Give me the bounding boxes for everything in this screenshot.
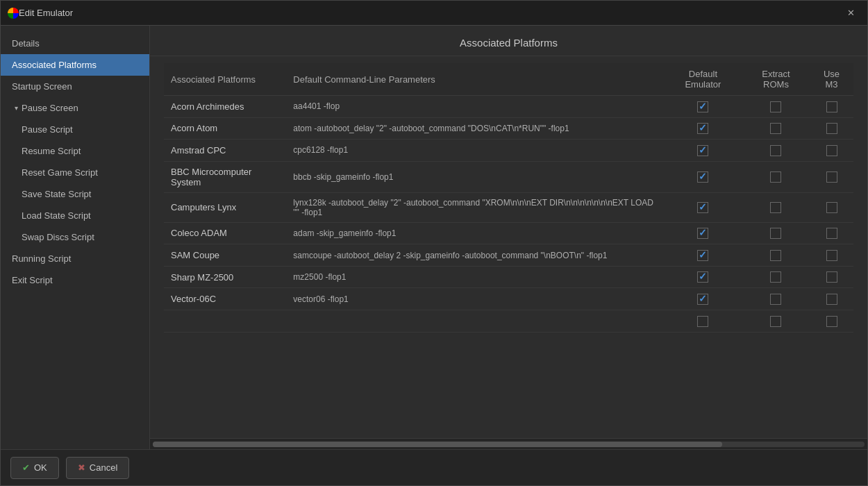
cell-cmdline: aa4401 -flop — [286, 96, 664, 118]
chevron-icon: ▾ — [15, 104, 18, 112]
col-default-emu: Default Emulator — [664, 63, 742, 96]
cell-platform: Sharp MZ-2500 — [164, 266, 286, 288]
cell-use-m3[interactable] — [810, 96, 853, 118]
close-button[interactable]: ✕ — [841, 3, 860, 23]
sidebar-item-reset-game-script[interactable]: Reset Game Script — [1, 162, 149, 183]
checkbox-use-m3[interactable] — [826, 228, 837, 239]
cell-use-m3[interactable] — [810, 161, 853, 192]
cell-use-m3[interactable] — [810, 310, 853, 332]
checkbox-use-m3[interactable] — [826, 145, 837, 156]
checkbox-use-m3[interactable] — [826, 101, 837, 112]
table-area[interactable]: Associated Platforms Default Command-Lin… — [150, 56, 867, 438]
cell-platform: Camputers Lynx — [164, 192, 286, 222]
checkbox-use-m3[interactable] — [826, 294, 837, 305]
checkbox-extract-roms[interactable] — [770, 294, 781, 305]
table-row: SAM Coupesamcoupe -autoboot_delay 2 -ski… — [164, 244, 853, 267]
footer: ✔ OK ✖ Cancel — [1, 449, 867, 485]
checkbox-use-m3[interactable] — [826, 202, 837, 213]
ok-button[interactable]: ✔ OK — [10, 457, 59, 479]
cell-use-m3[interactable] — [810, 117, 853, 140]
col-use-m3: Use M3 — [810, 63, 853, 96]
sidebar-item-swap-discs-script[interactable]: Swap Discs Script — [1, 226, 149, 248]
table-row: Coleco ADAMadam -skip_gameinfo -flop1 — [164, 222, 853, 244]
cell-extract-roms[interactable] — [742, 222, 810, 244]
checkbox-extract-roms[interactable] — [770, 202, 781, 213]
cell-use-m3[interactable] — [810, 266, 853, 288]
cell-cmdline: samcoupe -autoboot_delay 2 -skip_gameinf… — [286, 244, 664, 267]
cell-use-m3[interactable] — [810, 140, 853, 162]
cell-extract-roms[interactable] — [742, 96, 810, 118]
checkbox-default-emu[interactable] — [697, 294, 708, 305]
sidebar-item-running-script[interactable]: Running Script — [1, 248, 149, 269]
cell-default-emu[interactable] — [664, 117, 742, 140]
cell-extract-roms[interactable] — [742, 192, 810, 222]
checkbox-extract-roms[interactable] — [770, 228, 781, 239]
checkbox-extract-roms[interactable] — [770, 171, 781, 183]
sidebar-item-exit-script[interactable]: Exit Script — [1, 269, 149, 291]
checkbox-default-emu[interactable] — [697, 316, 708, 327]
checkbox-use-m3[interactable] — [826, 171, 837, 183]
checkbox-default-emu[interactable] — [697, 171, 708, 183]
cell-default-emu[interactable] — [664, 222, 742, 244]
cell-default-emu[interactable] — [664, 244, 742, 267]
cell-extract-roms[interactable] — [742, 288, 810, 310]
cell-extract-roms[interactable] — [742, 117, 810, 140]
cell-default-emu[interactable] — [664, 161, 742, 192]
platforms-table: Associated Platforms Default Command-Lin… — [164, 63, 853, 333]
table-row: Amstrad CPCcpc6128 -flop1 — [164, 140, 853, 162]
cell-cmdline — [286, 310, 664, 332]
sidebar-item-details[interactable]: Details — [1, 33, 149, 54]
cell-extract-roms[interactable] — [742, 310, 810, 332]
cell-cmdline: atom -autoboot_delay "2" -autoboot_comma… — [286, 117, 664, 140]
cell-default-emu[interactable] — [664, 310, 742, 332]
cell-default-emu[interactable] — [664, 96, 742, 118]
checkbox-use-m3[interactable] — [826, 316, 837, 327]
checkbox-default-emu[interactable] — [697, 145, 708, 156]
checkbox-extract-roms[interactable] — [770, 271, 781, 283]
sidebar-item-pause-script[interactable]: Pause Script — [1, 119, 149, 140]
checkbox-extract-roms[interactable] — [770, 250, 781, 261]
cell-default-emu[interactable] — [664, 140, 742, 162]
cell-cmdline: cpc6128 -flop1 — [286, 140, 664, 162]
cell-default-emu[interactable] — [664, 288, 742, 310]
cell-extract-roms[interactable] — [742, 161, 810, 192]
checkbox-extract-roms[interactable] — [770, 101, 781, 112]
checkbox-default-emu[interactable] — [697, 202, 708, 213]
checkbox-default-emu[interactable] — [697, 101, 708, 112]
checkbox-use-m3[interactable] — [826, 123, 837, 134]
title-bar: Edit Emulator ✕ — [1, 1, 867, 26]
checkbox-extract-roms[interactable] — [770, 123, 781, 134]
checkbox-extract-roms[interactable] — [770, 316, 781, 327]
cancel-button[interactable]: ✖ Cancel — [66, 457, 129, 479]
checkbox-use-m3[interactable] — [826, 250, 837, 261]
cell-default-emu[interactable] — [664, 266, 742, 288]
cell-extract-roms[interactable] — [742, 266, 810, 288]
cell-platform: SAM Coupe — [164, 244, 286, 267]
sidebar-item-resume-script[interactable]: Resume Script — [1, 140, 149, 162]
cell-extract-roms[interactable] — [742, 244, 810, 267]
cell-cmdline: vector06 -flop1 — [286, 288, 664, 310]
table-row: Acorn Atomatom -autoboot_delay "2" -auto… — [164, 117, 853, 140]
cell-extract-roms[interactable] — [742, 140, 810, 162]
checkbox-default-emu[interactable] — [697, 228, 708, 239]
sidebar-item-startup-screen[interactable]: Startup Screen — [1, 76, 149, 97]
col-cmdline: Default Command-Line Parameters — [286, 63, 664, 96]
checkbox-use-m3[interactable] — [826, 271, 837, 283]
cell-default-emu[interactable] — [664, 192, 742, 222]
sidebar-item-save-state-script[interactable]: Save State Script — [1, 183, 149, 205]
checkbox-default-emu[interactable] — [697, 123, 708, 134]
horizontal-scrollbar[interactable] — [150, 438, 867, 449]
sidebar-item-associated-platforms[interactable]: Associated Platforms — [1, 54, 149, 76]
sidebar-item-load-state-script[interactable]: Load State Script — [1, 205, 149, 226]
cell-use-m3[interactable] — [810, 288, 853, 310]
cell-use-m3[interactable] — [810, 192, 853, 222]
cancel-icon: ✖ — [78, 462, 85, 473]
cell-use-m3[interactable] — [810, 222, 853, 244]
checkbox-default-emu[interactable] — [697, 250, 708, 261]
sidebar-item-pause-screen[interactable]: ▾ Pause Screen — [1, 97, 149, 119]
checkbox-default-emu[interactable] — [697, 271, 708, 283]
cell-platform: Amstrad CPC — [164, 140, 286, 162]
scrollbar-thumb[interactable] — [153, 442, 722, 447]
cell-use-m3[interactable] — [810, 244, 853, 267]
checkbox-extract-roms[interactable] — [770, 145, 781, 156]
